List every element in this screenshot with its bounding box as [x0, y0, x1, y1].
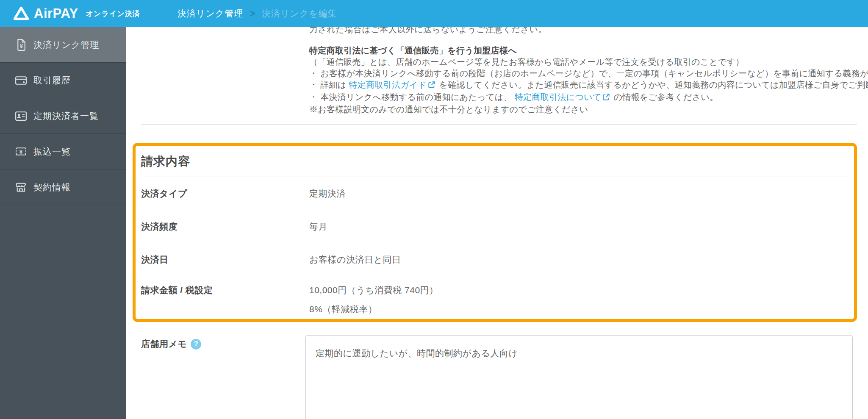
section-divider	[141, 124, 857, 125]
sidebar-item-recurring-payers[interactable]: 定期決済者一覧	[0, 98, 126, 134]
row-value: お客様の決済日と同日	[309, 254, 401, 266]
tokushoho-guide-link[interactable]: 特定商取引法ガイド	[349, 80, 427, 89]
memo-field-label-row: 店舗用メモ ?	[141, 338, 201, 350]
airpay-logo[interactable]: AirPAY オンライン決済	[13, 6, 140, 21]
billing-row-amount-tax: 請求金額 / 税設定 10,000円（うち消費税 740円） 8%（軽減税率）	[141, 276, 849, 319]
notice-bullet-3-pre: ・ 本決済リンクへ移動する前の通知にあたっては、	[309, 92, 512, 102]
sidebar-item-transaction-history[interactable]: 取引履歴	[0, 63, 126, 98]
notice-bullet-1: ・ お客様が本決済リンクへ移動する前の段階（お店のホームページなど）で、一定の事…	[309, 68, 868, 79]
notice-bullet-2-post: を確認してください。また通信販売に該当するかどうかや、通知義務の内容については加…	[439, 80, 868, 89]
sidebar-item-label: 決済リンク管理	[33, 39, 99, 51]
notice-bullet-2-pre: ・ 詳細は	[309, 80, 347, 89]
row-value: 定期決済	[309, 188, 346, 200]
external-link-icon	[428, 81, 435, 90]
payment-link-icon: ¥	[14, 38, 28, 52]
breadcrumb: 決済リンク管理 > 決済リンクを編集	[177, 8, 337, 19]
memo-textarea[interactable]: 定期的に運動したいが、時間的制約がある人向け	[305, 335, 853, 419]
notice-footnote: ※お客様説明文のみでの通知では不十分となりますのでご注意ください	[309, 104, 868, 115]
row-value: 毎月	[309, 221, 327, 233]
breadcrumb-edit-payment-link: 決済リンクを編集	[262, 8, 337, 19]
billing-summary-box: 請求内容 決済タイプ 定期決済 決済頻度 毎月 決済日 お客様の決済日と同日 請…	[133, 143, 857, 322]
row-label: 決済頻度	[141, 221, 309, 233]
notice-heading: 特定商取引法に基づく「通信販売」を行う加盟店様へ	[309, 45, 868, 56]
billing-row-frequency: 決済頻度 毎月	[141, 210, 849, 243]
billing-title-row: 請求内容	[141, 146, 849, 177]
billing-section-title: 請求内容	[141, 153, 190, 169]
sidebar-item-transfers[interactable]: ¥ 振込一覧	[0, 134, 126, 169]
notice-intro: （「通信販売」とは、店舗のホームページ等を見たお客様から電話やメール等で注文を受…	[309, 56, 868, 68]
svg-text:¥: ¥	[19, 149, 23, 155]
sidebar-item-contract-info[interactable]: 契約情報	[0, 169, 126, 205]
top-header-bar: AirPAY オンライン決済 決済リンク管理 > 決済リンクを編集	[0, 0, 868, 27]
id-card-icon	[14, 109, 28, 123]
tokushoho-about-link[interactable]: 特定商取引法について	[515, 92, 602, 102]
row-value: 10,000円（うち消費税 740円） 8%（軽減税率）	[309, 284, 438, 315]
billing-row-payment-type: 決済タイプ 定期決済	[141, 177, 849, 210]
sidebar-item-label: 取引履歴	[33, 75, 71, 86]
external-link-icon	[602, 93, 610, 103]
airpay-triangle-icon	[13, 6, 30, 21]
sidebar: ¥ 決済リンク管理 取引履歴	[0, 27, 126, 419]
notice-bullet-3-post: の情報をご参考ください。	[613, 92, 718, 102]
chevron-right-icon: >	[250, 8, 255, 19]
banknote-icon: ¥	[14, 144, 28, 158]
tokushoho-notice: 特定商取引法に基づく「通信販売」を行う加盟店様へ （「通信販売」とは、店舗のホー…	[309, 45, 868, 115]
row-label: 決済タイプ	[141, 188, 309, 200]
brand-subtitle: オンライン決済	[86, 9, 140, 19]
billing-row-payment-date: 決済日 お客様の決済日と同日	[141, 243, 849, 276]
storefront-icon	[14, 180, 28, 194]
amount-line: 10,000円（うち消費税 740円）	[309, 284, 438, 296]
brand-name: AirPAY	[34, 6, 78, 21]
main-content: 力された場合はご本人以外に送らないようご注意ください。 特定商取引法に基づく「通…	[126, 0, 868, 419]
sidebar-item-payment-links[interactable]: ¥ 決済リンク管理	[0, 27, 126, 63]
breadcrumb-payment-link-management[interactable]: 決済リンク管理	[177, 8, 243, 19]
question-icon[interactable]: ?	[191, 339, 201, 350]
airpay-admin-page: 力された場合はご本人以外に送らないようご注意ください。 特定商取引法に基づく「通…	[0, 0, 868, 419]
notice-bullet-2: ・ 詳細は 特定商取引法ガイド を確認してください。また通信販売に該当するかどう…	[309, 79, 868, 92]
row-label: 決済日	[141, 254, 309, 266]
sidebar-item-label: 定期決済者一覧	[33, 110, 99, 122]
tax-rate-line: 8%（軽減税率）	[309, 303, 438, 315]
memo-field-label: 店舗用メモ	[141, 338, 187, 350]
credit-card-icon	[14, 73, 28, 87]
svg-text:¥: ¥	[20, 43, 23, 49]
notice-bullet-3: ・ 本決済リンクへ移動する前の通知にあたっては、 特定商取引法について の情報を…	[309, 92, 868, 104]
sidebar-item-label: 振込一覧	[33, 146, 71, 158]
sidebar-item-label: 契約情報	[33, 181, 71, 193]
row-label: 請求金額 / 税設定	[141, 284, 309, 296]
